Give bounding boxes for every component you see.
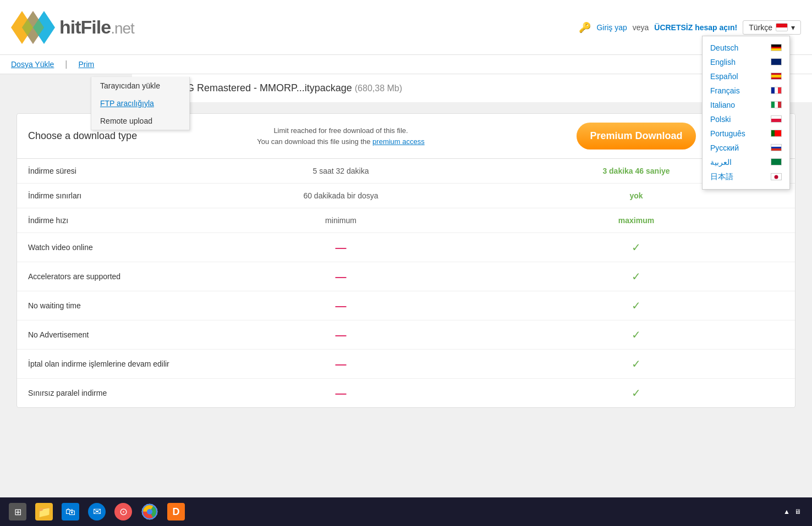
lang-arabic[interactable]: العربية — [703, 155, 789, 169]
row-free-2: minimum — [193, 216, 489, 225]
lang-italiano[interactable]: Italiano — [703, 98, 789, 112]
menu-remote-upload[interactable]: Remote upload — [91, 112, 189, 130]
taskbar-chrome[interactable] — [138, 500, 162, 524]
row-label-5: No waiting time — [28, 301, 193, 310]
logo-text: hitFile.net — [59, 16, 134, 38]
table-row-8: Sınırsız paralel indirme — ✓ — [17, 379, 795, 407]
row-premium-3: ✓ — [489, 241, 784, 254]
taskbar: ⊞ 📁 🛍 ✉ ⊙ D ▲ 🖥 — [0, 497, 812, 526]
lang-japanese[interactable]: 日本語 — [703, 169, 789, 185]
row-premium-4: ✓ — [489, 270, 784, 283]
free-dash-4: — — [336, 270, 347, 283]
row-free-1: 60 dakikada bir dosya — [193, 191, 489, 200]
taskbar-mail[interactable]: ✉ — [85, 500, 109, 524]
table-row-1: İndirme sınırları 60 dakikada bir dosya … — [17, 184, 795, 208]
row-free-6: — — [193, 329, 489, 341]
row-free-8: — — [193, 387, 489, 400]
free-value-2: minimum — [325, 216, 356, 225]
lang-espanol[interactable]: Español — [703, 69, 789, 84]
limit-message: Limit reached for free download of this … — [193, 125, 489, 147]
table-rows: İndirme süresi 5 saat 32 dakika 3 dakika… — [17, 159, 795, 407]
menu-browser-upload[interactable]: Tarayıcıdan yükle — [91, 77, 189, 95]
lang-russian[interactable]: Русский — [703, 141, 789, 155]
premium-download-button[interactable]: Premium Download — [577, 123, 695, 150]
row-premium-1: yok — [489, 191, 784, 200]
free-dash-7: — — [336, 358, 347, 370]
table-row-7: İptal olan indirme işlemlerine devam edi… — [17, 350, 795, 379]
free-dash-6: — — [336, 329, 347, 341]
flag-jp — [771, 173, 782, 180]
row-premium-8: ✓ — [489, 386, 784, 400]
flag-pl — [771, 115, 782, 123]
register-link[interactable]: ÜCRETSİZ hesap açın! — [654, 23, 737, 32]
lang-francais[interactable]: Français — [703, 84, 789, 98]
download-table: Choose a download type Limit reached for… — [17, 113, 795, 408]
row-label-1: İndirme sınırları — [28, 191, 193, 200]
top-right: 🔑 Giriş yap veya ÜCRETSİZ hesap açın! Tü… — [579, 20, 801, 35]
row-premium-5: ✓ — [489, 299, 784, 312]
table-row-5: No waiting time — ✓ — [17, 291, 795, 320]
row-free-5: — — [193, 300, 489, 312]
free-dash-8: — — [336, 387, 347, 400]
row-label-3: Watch video online — [28, 243, 193, 252]
premium-access-link[interactable]: premium access — [372, 137, 425, 146]
taskbar-screen: 🖥 — [794, 508, 801, 516]
svg-point-9 — [147, 509, 152, 514]
choose-type-label: Choose a download type — [28, 130, 193, 142]
free-dash-5: — — [336, 300, 347, 312]
limit-line2: You can download this file using the pre… — [193, 136, 489, 147]
flag-fr — [771, 87, 782, 94]
row-premium-7: ✓ — [489, 357, 784, 370]
limit-line1: Limit reached for free download of this … — [193, 125, 489, 136]
table-row-6: No Advertisement — ✓ — [17, 320, 795, 350]
nav-separator: | — [65, 59, 67, 69]
key-icon: 🔑 — [579, 21, 591, 34]
flag-ru — [771, 144, 782, 151]
row-free-7: — — [193, 358, 489, 370]
language-selector[interactable]: Türkçe ▾ — [743, 20, 801, 35]
nav-bar: Dosya Yükle | Prim — [0, 55, 812, 74]
flag-icon — [776, 23, 788, 31]
taskbar-store[interactable]: 🛍 — [58, 500, 83, 524]
flag-de — [771, 44, 782, 51]
menu-ftp-upload[interactable]: FTP aracılığıyla — [91, 95, 189, 112]
row-label-4: Accelerators are supported — [28, 272, 193, 281]
lang-polski[interactable]: Polski — [703, 112, 789, 126]
premium-value-0: 3 dakika 46 saniye — [602, 167, 670, 175]
row-label-0: İndirme süresi — [28, 167, 193, 175]
nav-premium[interactable]: Prim — [79, 60, 95, 69]
flag-ar — [771, 158, 782, 165]
lang-english[interactable]: English — [703, 55, 789, 69]
premium-check-4: ✓ — [632, 270, 641, 283]
language-dropdown: Deutsch English Español Français Italian… — [702, 36, 790, 190]
row-premium-2: maximum — [489, 216, 784, 225]
taskbar-chrome2[interactable]: D — [164, 500, 188, 524]
main-content: Choose a download type Limit reached for… — [0, 102, 812, 419]
login-link[interactable]: Giriş yap — [596, 23, 627, 32]
table-row-2: İndirme hızı minimum maximum — [17, 208, 795, 233]
nav-upload[interactable]: Dosya Yükle — [11, 60, 54, 69]
taskbar-squares[interactable]: ⊞ — [6, 500, 30, 524]
taskbar-arrow-up[interactable]: ▲ — [783, 508, 790, 516]
premium-check-5: ✓ — [632, 300, 641, 312]
premium-value-2: maximum — [618, 216, 654, 225]
taskbar-right: ▲ 🖥 — [783, 508, 806, 516]
row-label-2: İndirme hızı — [28, 216, 193, 225]
row-label-8: Sınırsız paralel indirme — [28, 389, 193, 397]
free-value-1: 60 dakikada bir dosya — [303, 191, 378, 200]
premium-value-1: yok — [629, 191, 643, 200]
premium-check-3: ✓ — [632, 241, 641, 253]
file-size: (680,38 Mb) — [355, 84, 402, 93]
taskbar-ubuntu[interactable]: ⊙ — [111, 500, 135, 524]
row-free-3: — — [193, 241, 489, 254]
taskbar-folder[interactable]: 📁 — [32, 500, 56, 524]
lang-portugues[interactable]: Português — [703, 126, 789, 141]
row-label-6: No Advertisement — [28, 330, 193, 339]
free-value-0: 5 saat 32 dakika — [313, 167, 369, 175]
premium-check-8: ✓ — [632, 387, 641, 399]
table-row-4: Accelerators are supported — ✓ — [17, 262, 795, 291]
row-free-4: — — [193, 270, 489, 283]
or-text: veya — [633, 23, 649, 32]
lang-deutsch[interactable]: Deutsch — [703, 41, 789, 55]
row-free-0: 5 saat 32 dakika — [193, 167, 489, 175]
